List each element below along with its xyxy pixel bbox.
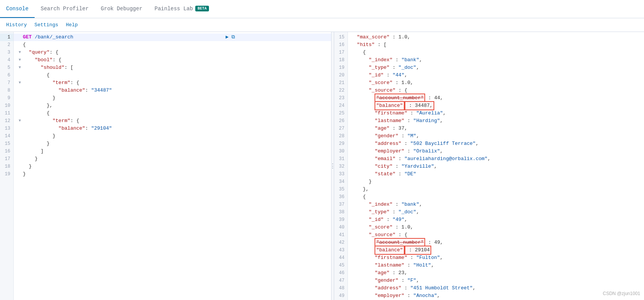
tab-painless-lab[interactable]: Painless Lab BETA [148,0,215,18]
line-num-11: 11 [0,110,13,117]
fold-1[interactable] [17,33,23,41]
line-num-1: 1 [0,33,13,41]
history-button[interactable]: History [3,21,30,29]
line-num-12: 12 [0,117,13,125]
editor-line-13: "balance": "29104" [14,125,331,132]
output-pane: 15 16 17 18 19 20 21 22 23 24 25 26 27 2… [334,32,644,300]
editor-line-5: ▼ "should": [ [14,64,331,71]
editor-line-18: } [14,163,331,170]
editor-line-7: ▼ "term": { [14,79,331,87]
output-line-35: }, [348,186,644,193]
secondary-toolbar: History Settings Help [0,18,644,32]
editor-line-11: { [14,110,331,117]
pane-resizer[interactable]: ⋮ [331,32,334,300]
editor-pane: 1 2 3 4 5 6 7 8 9 10 11 12 13 14 15 16 1… [0,32,331,300]
output-line-30: "employer" : "Orbalix", [348,148,644,155]
output-line-46: "age" : 23, [348,269,644,277]
output-line-33: "state" : "DE" [348,170,644,178]
editor-line-9: } [14,94,331,102]
output-line-49: "employer" : "Anocha", [348,292,644,300]
line-num-18: 18 [0,163,13,170]
output-line-15: "max_score" : 1.0, [348,33,644,41]
line-num-13: 13 [0,125,13,132]
main-layout: 1 2 3 4 5 6 7 8 9 10 11 12 13 14 15 16 1… [0,32,644,300]
output-line-42: "account_number" : 49, [348,239,644,246]
editor-line-10: }, [14,102,331,110]
line-num-5: 5 [0,64,13,71]
output-line-26: "lastname" : "Harding", [348,117,644,125]
output-line-41: "_source" : { [348,231,644,239]
line-num-16: 16 [0,148,13,155]
line-num-3: 3 [0,49,13,56]
editor-line-16: ] [14,148,331,155]
output-line-24: "balance" : 34487, [348,102,644,110]
output-line-16: "hits" : [ [348,41,644,49]
editor-line-19: } [14,170,331,178]
editor-line-12: ▼ "term": { [14,117,331,125]
line-num-10: 10 [0,102,13,110]
output-line-44: "firstname" : "Fulton", [348,254,644,262]
output-line-38: "_type" : "_doc", [348,208,644,216]
editor-line-1: GET /bank/_search ▶ ⧉ [14,33,331,41]
output-line-45: "lastname" : "Holt", [348,262,644,269]
editor-line-8: "balance": "34487" [14,87,331,94]
output-line-37: "_index" : "bank", [348,201,644,208]
line-num-14: 14 [0,132,13,140]
output-line-27: "age" : 37, [348,125,644,132]
editor-line-3: ▼ "query": { [14,49,331,56]
copy-as-curl-icon[interactable]: ⧉ [231,33,235,41]
output-content: "max_score" : 1.0, "hits" : [ { "_index"… [348,32,644,300]
output-line-36: { [348,193,644,201]
tab-console[interactable]: Console [0,0,35,18]
line-num-19: 19 [0,170,13,178]
output-line-47: "gender" : "F", [348,277,644,284]
line-num-7: 7 [0,79,13,87]
line-num-15: 15 [0,140,13,148]
watermark: CSDN @zjun1001 [603,291,640,296]
tab-grok-debugger[interactable]: Grok Debugger [95,0,148,18]
output-line-48: "address" : "451 Humboldt Street", [348,284,644,292]
line-num-2: 2 [0,41,13,49]
help-button[interactable]: Help [63,21,81,29]
editor-line-17: } [14,155,331,163]
output-line-22: "_source" : { [348,87,644,94]
output-line-19: "_type" : "_doc", [348,64,644,71]
editor-line-4: ▼ "bool": { [14,56,331,64]
output-line-32: "city" : "Yardville", [348,163,644,170]
editor-line-2: { [14,41,331,49]
output-line-20: "_id" : "44", [348,71,644,79]
settings-button[interactable]: Settings [32,21,61,29]
output-line-18: "_index" : "bank", [348,56,644,64]
output-line-21: "_score" : 1.0, [348,79,644,87]
tab-search-profiler[interactable]: Search Profiler [35,0,95,18]
line-num-6: 6 [0,71,13,79]
output-line-29: "address" : "502 Baycliff Terrace", [348,140,644,148]
beta-badge: BETA [195,6,209,11]
output-line-17: { [348,49,644,56]
editor-area[interactable]: 1 2 3 4 5 6 7 8 9 10 11 12 13 14 15 16 1… [0,32,331,300]
editor-line-14: } [14,132,331,140]
output-line-numbers: 15 16 17 18 19 20 21 22 23 24 25 26 27 2… [334,32,348,300]
output-line-40: "_score" : 1.0, [348,224,644,231]
editor-line-15: } [14,140,331,148]
editor-code-content[interactable]: GET /bank/_search ▶ ⧉ { ▼ "query": [14,32,331,300]
output-line-43: "balance" : 29104 [348,246,644,254]
editor-line-numbers: 1 2 3 4 5 6 7 8 9 10 11 12 13 14 15 16 1… [0,32,14,300]
output-line-31: "email" : "aureliaharding@orbalix.com", [348,155,644,163]
line-num-4: 4 [0,56,13,64]
output-line-28: "gender" : "M", [348,132,644,140]
output-line-34: } [348,178,644,186]
editor-line-6: { [14,71,331,79]
run-icon[interactable]: ▶ [226,33,229,41]
line-num-9: 9 [0,94,13,102]
output-line-25: "firstname" : "Aurelia", [348,110,644,117]
output-line-23: "account_number" : 44, [348,94,644,102]
top-nav: Console Search Profiler Grok Debugger Pa… [0,0,644,18]
line-num-8: 8 [0,87,13,94]
output-line-39: "_id" : "49", [348,216,644,224]
line-num-17: 17 [0,155,13,163]
